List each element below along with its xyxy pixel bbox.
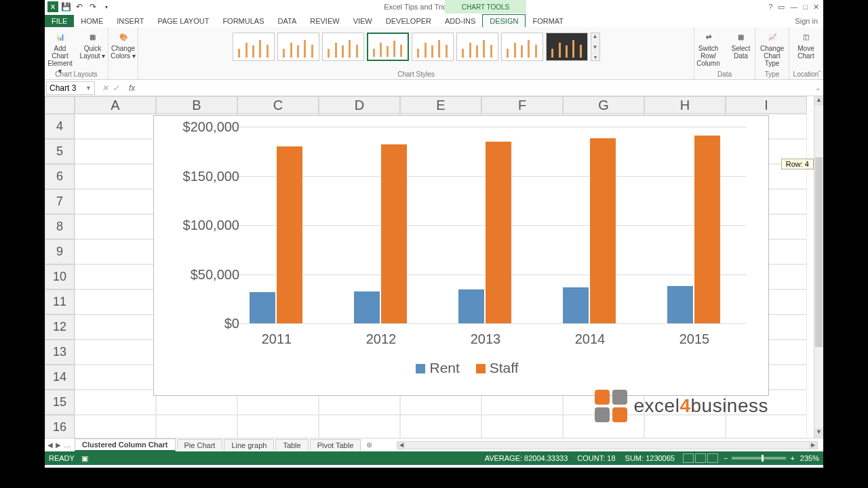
- sheet-tab-clustered-column[interactable]: Clustered Column Chart: [75, 439, 176, 451]
- chart-bar[interactable]: [667, 286, 693, 323]
- save-icon[interactable]: 💾: [60, 1, 72, 13]
- select-data-button[interactable]: ▦Select Data: [726, 30, 756, 60]
- column-headers[interactable]: ABCDEFGHI: [75, 96, 814, 114]
- sheet-more-icon[interactable]: …: [64, 441, 71, 449]
- sheet-next-icon[interactable]: ▶: [56, 441, 61, 449]
- column-header[interactable]: H: [644, 96, 726, 114]
- scroll-down-icon[interactable]: ▼: [814, 428, 823, 438]
- plot-area[interactable]: [224, 127, 747, 323]
- tab-insert[interactable]: INSERT: [110, 15, 151, 27]
- hscroll-right-icon[interactable]: ▶: [809, 442, 817, 449]
- sheet-tab-line-graph[interactable]: Line graph: [224, 439, 274, 451]
- cell[interactable]: [75, 189, 156, 214]
- column-header[interactable]: F: [481, 96, 563, 114]
- cell[interactable]: [319, 415, 400, 440]
- view-buttons[interactable]: [683, 453, 718, 463]
- quick-layout-button[interactable]: ▦Quick Layout ▾: [78, 30, 108, 60]
- change-colors-button[interactable]: 🎨Change Colors ▾: [108, 30, 138, 60]
- column-header[interactable]: G: [563, 96, 644, 114]
- horizontal-scrollbar[interactable]: ◀ ▶: [397, 441, 818, 449]
- sheet-tab-table[interactable]: Table: [275, 439, 308, 451]
- sheet-tab-pivot-table[interactable]: Pivot Table: [310, 439, 361, 451]
- chart-style-1[interactable]: [233, 33, 275, 61]
- cell[interactable]: [75, 365, 156, 390]
- minimize-icon[interactable]: —: [790, 3, 797, 12]
- chart-bar[interactable]: [486, 142, 511, 323]
- cancel-formula-icon[interactable]: ✕: [102, 83, 108, 93]
- row-header[interactable]: 7: [45, 189, 75, 214]
- new-sheet-button[interactable]: ⊕: [361, 441, 378, 449]
- move-chart-button[interactable]: ◫Move Chart: [791, 30, 821, 60]
- select-all-corner[interactable]: [45, 96, 75, 114]
- chart-style-5[interactable]: [412, 33, 454, 61]
- chart-style-4-selected[interactable]: [367, 33, 409, 61]
- expand-formula-bar-icon[interactable]: ⌄: [815, 84, 823, 92]
- help-icon[interactable]: ?: [768, 3, 772, 12]
- styles-scroll[interactable]: ▲▼▾: [591, 33, 600, 61]
- cell[interactable]: [75, 415, 156, 440]
- zoom-level[interactable]: 235%: [800, 454, 819, 462]
- chart-object[interactable]: 20112012201320142015 Rent Staff excel4bu…: [153, 115, 769, 396]
- cell[interactable]: [156, 415, 237, 440]
- row-header[interactable]: 15: [45, 390, 75, 415]
- row-header[interactable]: 8: [45, 214, 75, 239]
- tab-home[interactable]: HOME: [74, 15, 110, 27]
- cell[interactable]: [400, 415, 481, 440]
- column-header[interactable]: B: [156, 96, 237, 114]
- cell[interactable]: [75, 214, 156, 239]
- row-header[interactable]: 12: [45, 314, 75, 340]
- chart-style-8[interactable]: [546, 33, 588, 61]
- macro-record-icon[interactable]: ▣: [81, 454, 88, 463]
- scroll-thumb[interactable]: [815, 157, 823, 347]
- row-header[interactable]: 5: [45, 139, 75, 164]
- chart-style-3[interactable]: [322, 33, 364, 61]
- tab-page-layout[interactable]: PAGE LAYOUT: [151, 15, 216, 27]
- cell[interactable]: [75, 289, 156, 314]
- cell[interactable]: [75, 114, 156, 139]
- zoom-out-icon[interactable]: −: [724, 454, 728, 462]
- tab-addins[interactable]: ADD-INS: [438, 15, 482, 27]
- cell[interactable]: [75, 239, 156, 264]
- name-box[interactable]: Chart 3▼: [46, 81, 95, 95]
- row-header[interactable]: 11: [45, 289, 75, 314]
- normal-view-icon[interactable]: [683, 453, 694, 463]
- chart-style-2[interactable]: [277, 33, 319, 61]
- chart-bar[interactable]: [277, 146, 302, 323]
- chart-bar[interactable]: [381, 144, 407, 323]
- worksheet-grid[interactable]: ABCDEFGHI 45678910111213141516 ▲ ▼ Row: …: [45, 96, 823, 438]
- tab-view[interactable]: VIEW: [347, 15, 379, 27]
- qat-customize-icon[interactable]: ▾: [100, 1, 113, 13]
- row-header[interactable]: 9: [45, 239, 75, 264]
- cell[interactable]: [75, 340, 156, 365]
- sheet-tab-pie-chart[interactable]: Pie Chart: [177, 439, 223, 451]
- tab-data[interactable]: DATA: [271, 15, 304, 27]
- cell[interactable]: [75, 164, 156, 189]
- fx-icon[interactable]: fx: [125, 83, 139, 93]
- ribbon-display-icon[interactable]: ▭: [778, 3, 785, 12]
- add-chart-element-button[interactable]: 📊Add Chart Element ▾: [45, 30, 75, 75]
- cell[interactable]: [75, 390, 156, 415]
- tab-format[interactable]: FORMAT: [526, 15, 570, 27]
- zoom-slider[interactable]: [732, 457, 786, 460]
- sign-in-link[interactable]: Sign in: [789, 15, 823, 27]
- cell[interactable]: [237, 415, 319, 440]
- chart-bar[interactable]: [354, 291, 380, 323]
- scroll-up-icon[interactable]: ▲: [814, 96, 823, 106]
- tab-formulas[interactable]: FORMULAS: [216, 15, 271, 27]
- enter-formula-icon[interactable]: ✓: [113, 83, 119, 93]
- cell[interactable]: [75, 314, 156, 340]
- chart-bar[interactable]: [458, 289, 484, 323]
- chart-bar[interactable]: [563, 287, 589, 323]
- cell[interactable]: [75, 264, 156, 289]
- sheet-nav[interactable]: ◀▶…: [45, 441, 73, 449]
- row-header[interactable]: 10: [45, 264, 75, 289]
- column-header[interactable]: D: [319, 96, 400, 114]
- sheet-prev-icon[interactable]: ◀: [47, 441, 53, 449]
- tab-file[interactable]: FILE: [45, 15, 74, 27]
- row-headers[interactable]: 45678910111213141516: [45, 114, 75, 440]
- column-header[interactable]: I: [726, 96, 807, 114]
- chart-bar[interactable]: [250, 292, 275, 323]
- chart-bar[interactable]: [590, 138, 616, 323]
- chart-legend[interactable]: Rent Staff: [154, 360, 768, 376]
- row-header[interactable]: 4: [45, 114, 75, 139]
